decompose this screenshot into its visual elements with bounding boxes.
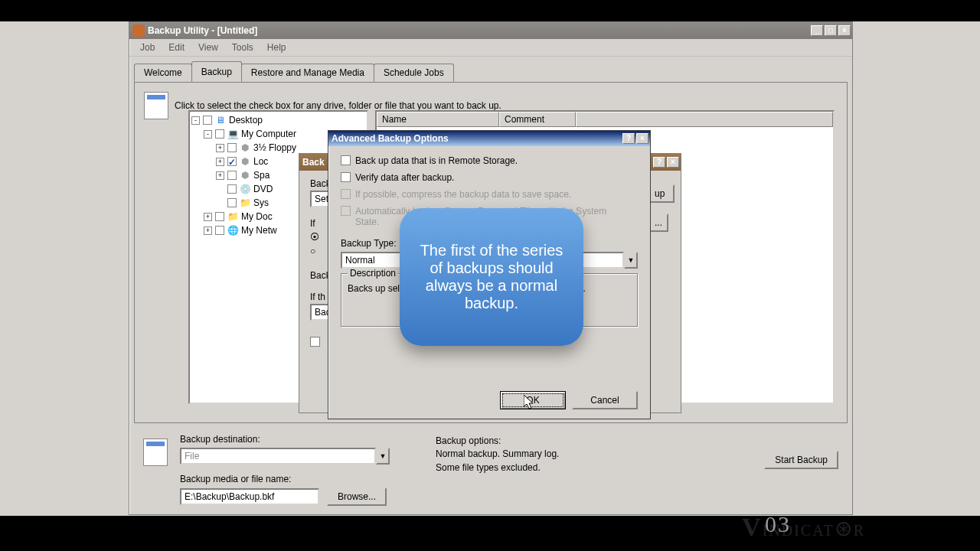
list-header: Name Comment: [377, 112, 833, 127]
tabstrip: Welcome Backup Restore and Manage Media …: [129, 61, 852, 82]
desktop-icon: 🖥: [214, 114, 227, 126]
tree-checkbox[interactable]: [227, 143, 237, 152]
lbl-verify: Verify data after backup.: [355, 172, 454, 183]
adv-title: Advanced Backup Options: [332, 133, 449, 144]
app-icon: [132, 24, 145, 37]
backup-job-close-button[interactable]: ×: [667, 157, 679, 168]
lbl-compress: If possible, compress the backup data to…: [355, 189, 571, 200]
cd-icon: 💿: [239, 183, 251, 195]
expander-icon[interactable]: +: [204, 227, 212, 235]
dest-dropdown-button[interactable]: ▼: [376, 448, 390, 465]
menu-help[interactable]: Help: [261, 41, 292, 54]
drive-icon: ⬢: [239, 142, 251, 154]
folder-icon: 📁: [239, 197, 251, 209]
close-button[interactable]: ×: [838, 25, 851, 36]
tree-label: My Computer: [241, 127, 296, 141]
tree-checkbox[interactable]: [203, 116, 212, 125]
chk-system-state: [341, 206, 351, 216]
tree-label: 3½ Floppy: [253, 141, 296, 155]
adv-help-button[interactable]: ?: [622, 133, 635, 144]
net-icon: 🌐: [227, 224, 239, 236]
bj-last-check[interactable]: [310, 337, 320, 347]
tree-label: Spa: [253, 168, 270, 182]
expander-icon[interactable]: +: [216, 158, 224, 166]
expander-icon[interactable]: +: [216, 144, 224, 152]
titlebar: Backup Utility - [Untitled] _ □ ×: [129, 22, 852, 39]
start-backup-button[interactable]: Start Backup: [764, 451, 838, 469]
tree-label: Desktop: [229, 113, 263, 127]
expander-icon[interactable]: +: [204, 213, 212, 221]
tree-checkbox[interactable]: [215, 129, 224, 139]
browse-button[interactable]: Browse...: [327, 487, 387, 506]
expander-icon[interactable]: -: [204, 130, 212, 139]
menu-edit[interactable]: Edit: [162, 41, 191, 54]
cancel-button[interactable]: Cancel: [572, 391, 638, 409]
tab-schedule[interactable]: Schedule Jobs: [374, 64, 454, 82]
menu-view[interactable]: View: [192, 41, 224, 54]
chk-remote-storage[interactable]: [341, 155, 351, 165]
tree-label: Loc: [253, 155, 268, 168]
expander-icon[interactable]: -: [191, 116, 200, 125]
col-comment[interactable]: Comment: [499, 112, 576, 127]
opts-line1: Normal backup. Summary log.: [436, 448, 559, 460]
bottom-area: Backup destination: ▼ Backup media or fi…: [134, 431, 848, 509]
tree-checkbox[interactable]: [215, 226, 224, 235]
tree-checkbox[interactable]: [215, 212, 224, 221]
folder-icon: 📁: [227, 210, 239, 223]
media-label: Backup media or file name:: [180, 474, 390, 484]
dest-icon: [143, 439, 168, 466]
drive-icon: ⬢: [239, 155, 251, 168]
lbl-remote-storage: Back up data that is in Remote Storage.: [355, 155, 518, 166]
adv-close-button[interactable]: ×: [636, 133, 648, 144]
tree-row[interactable]: -🖥Desktop: [191, 113, 365, 127]
backup-job-title: Back: [302, 157, 325, 168]
ok-button[interactable]: OK: [500, 391, 566, 409]
col-spacer: [576, 112, 833, 127]
maximize-button[interactable]: □: [825, 25, 837, 36]
opts-label: Backup options:: [436, 435, 559, 446]
clipboard-icon: [144, 92, 168, 119]
media-input[interactable]: [180, 488, 319, 505]
tab-backup[interactable]: Backup: [191, 61, 242, 82]
tab-welcome[interactable]: Welcome: [134, 64, 192, 82]
tree-label: Sys: [253, 196, 269, 210]
backup-job-help-button[interactable]: ?: [653, 157, 665, 168]
menu-tools[interactable]: Tools: [226, 41, 260, 54]
tree-checkbox[interactable]: [227, 184, 237, 194]
chk-verify[interactable]: [341, 172, 351, 182]
menu-job[interactable]: Job: [134, 41, 161, 54]
dest-label: Backup destination:: [180, 434, 390, 445]
tree-label: My Doc: [241, 210, 273, 223]
chk-compress: [341, 189, 351, 199]
col-name[interactable]: Name: [377, 112, 499, 127]
hint-tooltip: The first of the series of backups shoul…: [400, 208, 583, 346]
desc-legend: Description: [348, 268, 398, 279]
dest-dropdown[interactable]: [180, 448, 376, 465]
tree-label: My Netw: [241, 223, 277, 237]
backup-type-dropdown-button[interactable]: ▼: [624, 252, 638, 269]
expander-icon[interactable]: +: [216, 171, 224, 180]
tree-label: DVD: [253, 182, 273, 196]
opts-line2: Some file types excluded.: [436, 461, 559, 474]
pc-icon: 💻: [227, 128, 239, 140]
watermark: VVINDICATORindicat⊛r 03: [742, 513, 865, 542]
tree-checkbox[interactable]: [227, 198, 237, 207]
tab-restore[interactable]: Restore and Manage Media: [241, 64, 374, 82]
tree-checkbox[interactable]: [227, 157, 237, 166]
drive-icon: ⬢: [239, 169, 251, 181]
minimize-button[interactable]: _: [811, 25, 823, 36]
tree-checkbox[interactable]: [227, 171, 237, 180]
menubar: Job Edit View Tools Help: [129, 39, 852, 57]
window-title: Backup Utility - [Untitled]: [148, 25, 809, 36]
instruction-text: Click to select the check box for any dr…: [175, 100, 501, 111]
